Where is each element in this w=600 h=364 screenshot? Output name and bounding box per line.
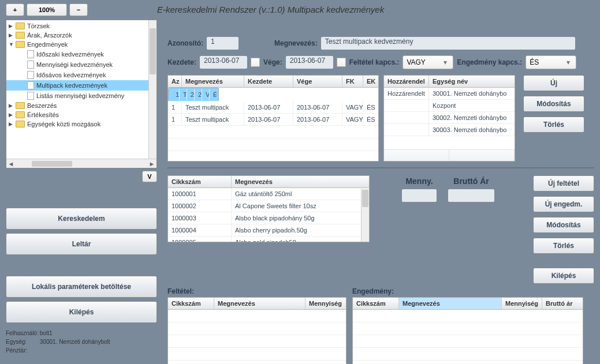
- tree-arrow-icon: ▶: [9, 23, 16, 29]
- modositas2-button[interactable]: Módosítás: [533, 217, 594, 233]
- uj-feltetel-button[interactable]: Új feltétel: [533, 175, 594, 192]
- table-row[interactable]: 1Teszt multipack2013-06-072013-06-07VAGY…: [168, 88, 219, 102]
- tree-leaf[interactable]: Multipack kedvezmények: [6, 80, 156, 91]
- engedmeny-grid[interactable]: Cikkszám Megnevezés Mennyiség Bruttó ár: [352, 297, 583, 364]
- felt-kapcs-select[interactable]: VAGY▾: [403, 55, 453, 69]
- brutto-input[interactable]: [448, 189, 494, 202]
- tree-leaf[interactable]: Mennyiségi kedvezmények: [6, 59, 156, 70]
- tree-folder[interactable]: ▶Beszerzés: [6, 101, 156, 110]
- table-cell: 1000001: [168, 188, 232, 200]
- vege-input[interactable]: 2013-06-07: [286, 56, 333, 69]
- table-cell: 1000005: [168, 237, 232, 242]
- table-row[interactable]: 1000001Gáz utántöltő 250ml: [168, 188, 369, 200]
- table-cell: 2013-06-07: [293, 102, 342, 113]
- tree-folder[interactable]: ▶Árak, Árszorzók: [6, 31, 156, 40]
- zoom-in-button[interactable]: +: [6, 3, 24, 16]
- tree-scrollbar[interactable]: [148, 20, 156, 159]
- assignment-footer: [384, 149, 515, 161]
- tree-arrow-icon: ▶: [9, 103, 16, 108]
- tree-arrow-icon: ▼: [9, 42, 16, 47]
- menny-input[interactable]: [402, 189, 437, 202]
- eng-kapcs-label: Engedmény kapcs.:: [457, 58, 522, 66]
- leltar-button[interactable]: Leltár: [6, 233, 157, 255]
- tree-leaf[interactable]: Időszaki kedvezmények: [6, 49, 156, 59]
- lokalis-params-button[interactable]: Lokális paraméterek betöltése: [6, 276, 157, 298]
- table-row[interactable]: 30002. Nemzeti dohánybo: [384, 112, 515, 124]
- folder-icon: [16, 111, 25, 118]
- tree-arrow-icon: ▶: [9, 121, 16, 127]
- kezdete-label: Kezdete:: [167, 58, 196, 66]
- cikk-scrollbar[interactable]: [361, 189, 369, 242]
- table-row[interactable]: 30003. Nemzeti dohánybo: [384, 124, 515, 136]
- azon-label: Azonosító:: [167, 39, 203, 47]
- tree-label: Multipack kedvezmények: [36, 82, 107, 89]
- tree-hscrollbar[interactable]: ◄►: [6, 159, 156, 168]
- document-icon: [27, 81, 34, 89]
- eng-kapcs-select[interactable]: ÉS▾: [526, 55, 576, 69]
- kilepes-button[interactable]: Kilépés: [6, 301, 157, 323]
- table-cell: 1000003: [168, 212, 232, 224]
- table-cell: VAGY: [342, 114, 363, 125]
- table-row[interactable]: Hozzárendelt30001. Nemzeti dohánybo: [384, 88, 515, 100]
- tree-folder[interactable]: ▶Egységek közti mozgások: [6, 119, 156, 129]
- table-row[interactable]: 1000002Al Capone Sweets filter 10sz: [168, 200, 369, 212]
- calendar-icon[interactable]: [337, 58, 346, 67]
- nav-tree[interactable]: ▶Törzsek▶Árak, Árszorzók▼EngedményekIdős…: [6, 20, 157, 168]
- tree-label: Listás mennyiségi kedvezmény: [36, 92, 124, 99]
- v-button[interactable]: V: [142, 171, 157, 182]
- document-icon: [27, 50, 34, 58]
- modositas-button[interactable]: Módosítás: [523, 96, 584, 112]
- discount-grid[interactable]: Az Megnevezés Kezdete Vége FK EK 1Teszt …: [167, 75, 379, 162]
- cikk-grid[interactable]: Cikkszám Megnevezés 1000001Gáz utántöltő…: [167, 175, 370, 242]
- table-cell: Alsbo black pipadohány 50g: [232, 212, 369, 224]
- tree-leaf[interactable]: Listás mennyiségi kedvezmény: [6, 91, 156, 101]
- engedmeny-label: Engedmény:: [352, 287, 583, 295]
- table-cell: 2013-06-07: [244, 114, 293, 125]
- tree-folder[interactable]: ▶Törzsek: [6, 21, 156, 31]
- table-cell: Gáz utántöltő 250ml: [232, 188, 369, 200]
- tree-folder[interactable]: ▶Értékesítés: [6, 110, 156, 119]
- kilepes2-button[interactable]: Kilépés: [533, 268, 594, 284]
- torles2-button[interactable]: Törlés: [533, 238, 594, 254]
- torles-button[interactable]: Törlés: [523, 117, 584, 133]
- azon-input[interactable]: 1: [207, 37, 238, 50]
- zoom-out-button[interactable]: −: [69, 3, 88, 16]
- uj-engedm-button[interactable]: Új engedm.: [533, 196, 594, 212]
- folder-icon: [16, 121, 25, 127]
- tree-label: Idősávos kedvezmények: [36, 72, 106, 78]
- feltetel-grid[interactable]: Cikkszám Megnevezés Mennyiség: [167, 297, 346, 364]
- table-cell: 1: [168, 102, 182, 113]
- document-icon: [27, 71, 34, 79]
- calendar-icon[interactable]: [251, 58, 260, 67]
- table-row[interactable]: 1000003Alsbo black pipadohány 50g: [168, 212, 369, 224]
- table-cell: 2013-06-07: [244, 102, 293, 113]
- kereskedelem-button[interactable]: Kereskedelem: [6, 208, 157, 230]
- zoom-reset-button[interactable]: 100%: [27, 3, 67, 16]
- folder-icon: [16, 22, 25, 29]
- feltetel-label: Feltétel:: [167, 287, 346, 295]
- document-icon: [27, 92, 34, 100]
- table-cell: 1: [172, 89, 180, 100]
- table-row[interactable]: 1000004Alsbo cherry pipadoh.50g: [168, 224, 369, 237]
- table-cell: [384, 112, 429, 123]
- table-row[interactable]: 1000005Alsbo gold pipadoh50: [168, 237, 369, 242]
- table-row[interactable]: 1Teszt multipack2013-06-072013-06-07VAGY…: [168, 102, 378, 114]
- kezdete-input[interactable]: 2013-06-07: [200, 56, 247, 69]
- table-cell: 1: [168, 114, 182, 125]
- table-row[interactable]: Kozpont: [384, 100, 515, 112]
- table-row[interactable]: 1Teszt multipack2013-06-072013-06-07VAGY…: [168, 114, 378, 126]
- uj-button[interactable]: Új: [523, 75, 584, 91]
- folder-icon: [16, 32, 25, 39]
- tree-label: Árak, Árszorzók: [27, 32, 72, 39]
- folder-icon: [16, 102, 25, 109]
- table-cell: [384, 124, 429, 136]
- tree-folder[interactable]: ▼Engedmények: [6, 40, 156, 49]
- assignment-grid[interactable]: Hozzárendel Egység név Hozzárendelt30001…: [383, 75, 515, 162]
- megnev-input[interactable]: Teszt multipack kedvezmény: [321, 37, 575, 50]
- table-cell: 1000004: [168, 224, 232, 236]
- status-info: Felhasználó: bolt1 Egység: 30001. Nemzet…: [6, 329, 157, 355]
- table-cell: Alsbo gold pipadoh50: [232, 237, 369, 242]
- tree-label: Engedmények: [27, 41, 68, 48]
- folder-icon: [16, 41, 25, 48]
- tree-leaf[interactable]: Idősávos kedvezmények: [6, 70, 156, 80]
